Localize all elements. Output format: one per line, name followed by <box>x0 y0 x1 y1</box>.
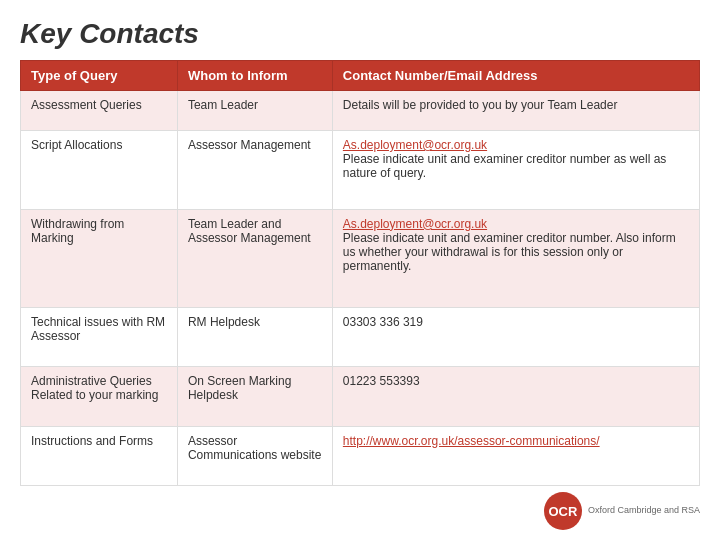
ocr-logo-circle: OCR <box>544 492 582 530</box>
cell-whom: Assessor Management <box>177 131 332 210</box>
cell-contact: 01223 553393 <box>332 367 699 426</box>
cell-type: Withdrawing from Marking <box>21 209 178 307</box>
table-row: Withdrawing from MarkingTeam Leader and … <box>21 209 700 307</box>
cell-contact: As.deployment@ocr.org.ukPlease indicate … <box>332 131 699 210</box>
table-row: Administrative Queries Related to your m… <box>21 367 700 426</box>
ocr-logo-subtext: Oxford Cambridge and RSA <box>588 505 700 517</box>
cell-type: Technical issues with RM Assessor <box>21 307 178 366</box>
cell-whom: Team Leader <box>177 91 332 131</box>
cell-contact: Details will be provided to you by your … <box>332 91 699 131</box>
cell-contact: 03303 336 319 <box>332 307 699 366</box>
cell-contact: http://www.ocr.org.uk/assessor-communica… <box>332 426 699 485</box>
contact-link[interactable]: http://www.ocr.org.uk/assessor-communica… <box>343 434 600 448</box>
contact-link[interactable]: As.deployment@ocr.org.uk <box>343 217 487 231</box>
cell-whom: RM Helpdesk <box>177 307 332 366</box>
col-contact-header: Contact Number/Email Address <box>332 61 699 91</box>
col-type-header: Type of Query <box>21 61 178 91</box>
contact-link[interactable]: As.deployment@ocr.org.uk <box>343 138 487 152</box>
table-row: Technical issues with RM AssessorRM Help… <box>21 307 700 366</box>
table-row: Instructions and FormsAssessor Communica… <box>21 426 700 485</box>
cell-type: Assessment Queries <box>21 91 178 131</box>
cell-whom: On Screen Marking Helpdesk <box>177 367 332 426</box>
ocr-logo: OCR Oxford Cambridge and RSA <box>544 492 700 530</box>
cell-type: Script Allocations <box>21 131 178 210</box>
ocr-logo-text: OCR <box>548 504 577 519</box>
cell-contact: As.deployment@ocr.org.ukPlease indicate … <box>332 209 699 307</box>
footer: OCR Oxford Cambridge and RSA <box>20 486 700 530</box>
page-container: Key Contacts Type of Query Whom to Infor… <box>0 0 720 540</box>
key-contacts-table: Type of Query Whom to Inform Contact Num… <box>20 60 700 486</box>
table-header-row: Type of Query Whom to Inform Contact Num… <box>21 61 700 91</box>
contact-extra: Please indicate unit and examiner credit… <box>343 231 676 273</box>
cell-type: Administrative Queries Related to your m… <box>21 367 178 426</box>
cell-type: Instructions and Forms <box>21 426 178 485</box>
table-row: Assessment QueriesTeam LeaderDetails wil… <box>21 91 700 131</box>
cell-whom: Assessor Communications website <box>177 426 332 485</box>
cell-whom: Team Leader and Assessor Management <box>177 209 332 307</box>
contact-extra: Please indicate unit and examiner credit… <box>343 152 667 180</box>
col-whom-header: Whom to Inform <box>177 61 332 91</box>
table-row: Script AllocationsAssessor ManagementAs.… <box>21 131 700 210</box>
page-title: Key Contacts <box>20 18 700 50</box>
